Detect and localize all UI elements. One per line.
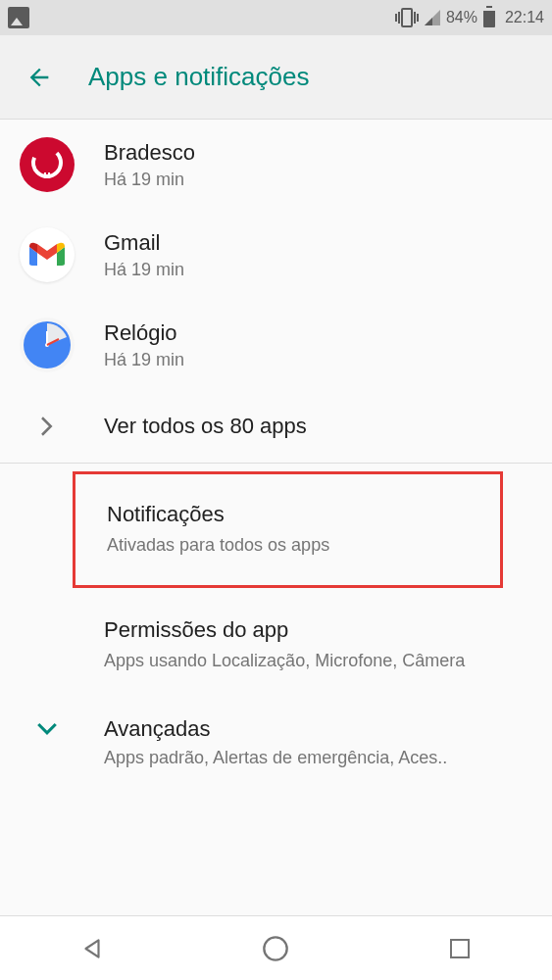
signal-icon	[425, 10, 440, 25]
battery-percentage: 84%	[446, 9, 477, 26]
settings-title: Avançadas	[104, 716, 532, 742]
svg-rect-1	[44, 172, 46, 178]
chevron-right-icon	[20, 416, 75, 436]
app-name: Bradesco	[104, 140, 195, 166]
vibrate-icon	[395, 8, 419, 27]
view-all-label: Ver todos os 80 apps	[104, 414, 307, 439]
nav-home-button[interactable]	[236, 924, 315, 973]
view-all-apps[interactable]: Ver todos os 80 apps	[0, 390, 552, 463]
divider	[0, 463, 552, 464]
status-left	[8, 7, 29, 28]
bradesco-icon	[20, 137, 75, 192]
settings-title: Permissões do app	[104, 617, 532, 643]
nav-back-button[interactable]	[53, 924, 131, 973]
settings-notifications[interactable]: Notificações Ativadas para todos os apps	[75, 474, 500, 585]
settings-title: Notificações	[107, 502, 480, 527]
arrow-back-icon	[25, 64, 53, 91]
app-subtitle: Há 19 min	[104, 260, 184, 280]
settings-subtitle: Apps padrão, Alertas de emergência, Aces…	[104, 748, 532, 768]
image-notification-icon	[8, 7, 29, 28]
status-right: 84% 22:14	[395, 8, 544, 27]
app-bar: Apps e notificações	[0, 35, 552, 120]
content-area: Bradesco Há 19 min Gmail Há 19 min	[0, 120, 552, 790]
app-subtitle: Há 19 min	[104, 350, 184, 370]
svg-rect-8	[451, 940, 469, 957]
gmail-icon	[20, 227, 75, 282]
app-subtitle: Há 19 min	[104, 170, 195, 190]
app-item-gmail[interactable]: Gmail Há 19 min	[0, 210, 552, 300]
triangle-back-icon	[79, 936, 105, 961]
svg-rect-2	[48, 172, 50, 178]
nav-recent-button[interactable]	[421, 924, 499, 973]
battery-icon	[483, 8, 495, 27]
chevron-down-icon	[20, 716, 75, 736]
app-item-clock[interactable]: Relógio Há 19 min	[0, 300, 552, 390]
settings-permissions[interactable]: Permissões do app Apps usando Localizaçã…	[0, 596, 552, 695]
back-button[interactable]	[20, 58, 59, 97]
clock-icon	[20, 318, 75, 372]
square-recent-icon	[448, 937, 472, 960]
svg-point-7	[265, 937, 287, 959]
clock-time: 22:14	[505, 9, 544, 26]
highlight-annotation: Notificações Ativadas para todos os apps	[73, 471, 503, 588]
page-title: Apps e notificações	[88, 62, 309, 92]
navigation-bar	[0, 915, 552, 980]
settings-advanced[interactable]: Avançadas Apps padrão, Alertas de emergê…	[0, 695, 552, 790]
app-item-bradesco[interactable]: Bradesco Há 19 min	[0, 120, 552, 210]
circle-home-icon	[262, 935, 289, 962]
app-name: Relógio	[104, 320, 184, 346]
svg-point-0	[27, 145, 67, 182]
settings-subtitle: Ativadas para todos os apps	[107, 533, 480, 558]
settings-subtitle: Apps usando Localização, Microfone, Câme…	[104, 649, 532, 673]
status-bar: 84% 22:14	[0, 0, 552, 35]
app-name: Gmail	[104, 230, 184, 256]
